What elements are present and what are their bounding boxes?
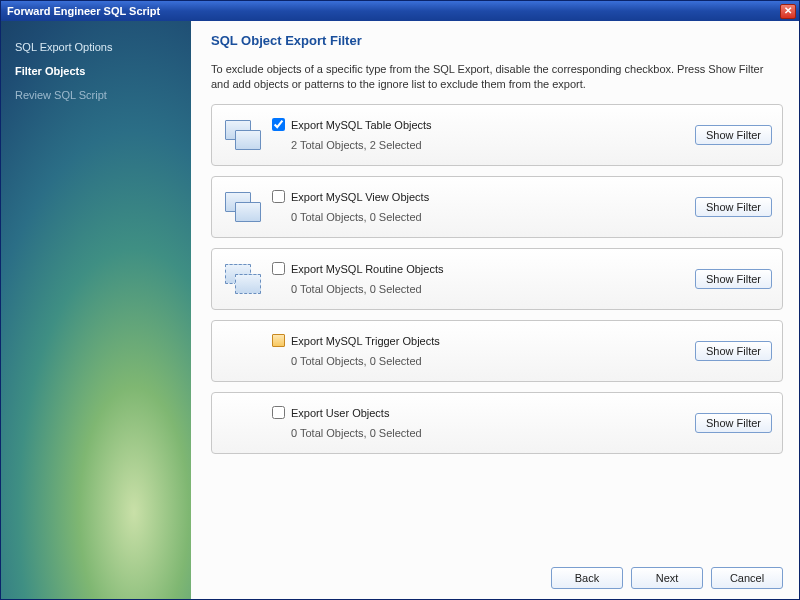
show-filter-button[interactable]: Show Filter — [695, 197, 772, 217]
filter-status: 0 Total Objects, 0 Selected — [272, 355, 687, 367]
main-panel: SQL Object Export Filter To exclude obje… — [191, 21, 799, 599]
filter-label: Export MySQL Routine Objects — [291, 263, 443, 275]
checkbox-table[interactable] — [272, 118, 285, 131]
filter-cards: Export MySQL Table Objects 2 Total Objec… — [211, 104, 783, 555]
show-filter-button[interactable]: Show Filter — [695, 269, 772, 289]
window-title: Forward Engineer SQL Script — [7, 5, 160, 17]
show-filter-button[interactable]: Show Filter — [695, 125, 772, 145]
checkbox-view[interactable] — [272, 190, 285, 203]
filter-label: Export MySQL View Objects — [291, 191, 429, 203]
sidebar-step-filter-objects[interactable]: Filter Objects — [11, 59, 181, 83]
filter-status: 0 Total Objects, 0 Selected — [272, 427, 687, 439]
view-icon — [220, 185, 264, 229]
user-icon — [220, 401, 264, 445]
filter-card-user: Export User Objects 0 Total Objects, 0 S… — [211, 392, 783, 454]
titlebar: Forward Engineer SQL Script ✕ — [1, 1, 799, 21]
wizard-footer: Back Next Cancel — [211, 555, 783, 589]
sidebar-step-review-script[interactable]: Review SQL Script — [11, 83, 181, 107]
cancel-button[interactable]: Cancel — [711, 567, 783, 589]
next-button[interactable]: Next — [631, 567, 703, 589]
trigger-icon — [220, 329, 264, 373]
close-icon[interactable]: ✕ — [780, 4, 796, 19]
filter-card-routine: Export MySQL Routine Objects 0 Total Obj… — [211, 248, 783, 310]
checkbox-routine[interactable] — [272, 262, 285, 275]
filter-label: Export MySQL Trigger Objects — [291, 335, 440, 347]
filter-label: Export MySQL Table Objects — [291, 119, 432, 131]
filter-label: Export User Objects — [291, 407, 389, 419]
filter-status: 2 Total Objects, 2 Selected — [272, 139, 687, 151]
table-icon — [220, 113, 264, 157]
filter-status: 0 Total Objects, 0 Selected — [272, 211, 687, 223]
wizard-sidebar: SQL Export Options Filter Objects Review… — [1, 21, 191, 599]
checkbox-user[interactable] — [272, 406, 285, 419]
show-filter-button[interactable]: Show Filter — [695, 341, 772, 361]
routine-icon — [220, 257, 264, 301]
page-title: SQL Object Export Filter — [211, 33, 783, 48]
filter-card-trigger: Export MySQL Trigger Objects 0 Total Obj… — [211, 320, 783, 382]
sidebar-step-export-options[interactable]: SQL Export Options — [11, 35, 181, 59]
window-body: SQL Export Options Filter Objects Review… — [1, 21, 799, 599]
show-filter-button[interactable]: Show Filter — [695, 413, 772, 433]
filter-card-view: Export MySQL View Objects 0 Total Object… — [211, 176, 783, 238]
back-button[interactable]: Back — [551, 567, 623, 589]
filter-card-table: Export MySQL Table Objects 2 Total Objec… — [211, 104, 783, 166]
page-instructions: To exclude objects of a specific type fr… — [211, 62, 783, 92]
wizard-window: Forward Engineer SQL Script ✕ SQL Export… — [0, 0, 800, 600]
checkbox-trigger[interactable] — [272, 334, 285, 347]
filter-status: 0 Total Objects, 0 Selected — [272, 283, 687, 295]
